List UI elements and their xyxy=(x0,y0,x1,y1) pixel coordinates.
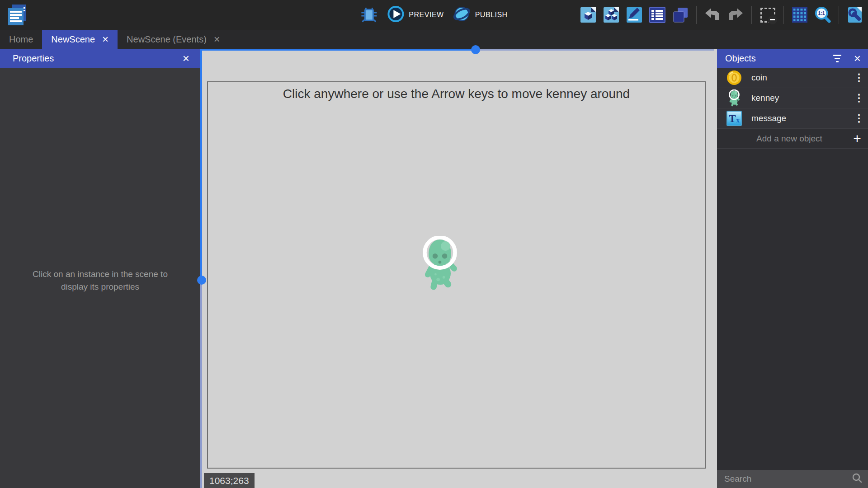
top-toolbar: PREVIEW PUBLISH xyxy=(0,0,868,30)
tab-home[interactable]: Home xyxy=(0,30,42,49)
object-name: kenney xyxy=(751,93,850,103)
plus-icon: + xyxy=(846,131,868,146)
selection-handle-top[interactable] xyxy=(471,45,480,54)
kebab-menu-icon[interactable]: ⋮ xyxy=(850,72,868,84)
close-icon[interactable]: × xyxy=(183,53,189,63)
text-object-icon: Tx xyxy=(717,111,751,126)
zoom-1-1-icon[interactable]: 1:1 xyxy=(814,6,831,23)
preview-button[interactable]: PREVIEW xyxy=(387,5,443,25)
scene-file-icon[interactable] xyxy=(580,6,597,23)
svg-text:1:1: 1:1 xyxy=(818,11,825,16)
redo-icon[interactable] xyxy=(727,6,744,23)
properties-panel-header: Properties × xyxy=(0,49,200,68)
alien-icon xyxy=(717,89,751,107)
properties-edit-icon[interactable] xyxy=(626,6,643,23)
globe-icon xyxy=(453,5,471,25)
objects-panel: Objects × coin ⋮ xyxy=(717,49,868,488)
object-row-coin[interactable]: coin ⋮ xyxy=(717,68,868,88)
grid-icon[interactable] xyxy=(791,6,808,23)
object-row-kenney[interactable]: kenney ⋮ xyxy=(717,88,868,108)
tab-label: NewScene xyxy=(51,34,95,45)
toolbar-separator xyxy=(783,6,784,24)
kebab-menu-icon[interactable]: ⋮ xyxy=(850,113,868,124)
properties-panel-title: Properties xyxy=(13,53,183,64)
tab-label: NewScene (Events) xyxy=(127,34,207,45)
project-manager-icon[interactable] xyxy=(6,4,28,26)
close-icon[interactable]: × xyxy=(102,35,108,44)
selection-edge-left-muted xyxy=(200,280,202,488)
project-tools-icon[interactable] xyxy=(846,6,863,23)
scene-instruction-text: Click anywhere or use the Arrow keys to … xyxy=(208,87,705,101)
object-name: coin xyxy=(751,73,850,83)
tab-newscene-events[interactable]: NewScene (Events) × xyxy=(118,30,229,49)
toolbar-separator xyxy=(696,6,697,24)
undo-icon[interactable] xyxy=(704,6,721,23)
preview-label: PREVIEW xyxy=(409,11,443,19)
deselect-icon[interactable] xyxy=(759,6,776,23)
properties-empty-message: Click on an instance in the scene to dis… xyxy=(26,268,175,293)
object-name: message xyxy=(751,113,850,123)
debug-icon[interactable] xyxy=(360,6,377,23)
object-row-message[interactable]: Tx message ⋮ xyxy=(717,108,868,129)
filter-icon[interactable] xyxy=(833,55,841,62)
objects-search-bar xyxy=(717,470,868,488)
tab-newscene[interactable]: NewScene × xyxy=(42,30,118,49)
scene-canvas[interactable]: Click anywhere or use the Arrow keys to … xyxy=(200,49,717,488)
objects-panel-header: Objects × xyxy=(717,49,868,68)
layers-icon[interactable] xyxy=(672,6,689,23)
close-icon[interactable]: × xyxy=(214,35,220,44)
search-icon[interactable] xyxy=(852,473,863,485)
add-object-button[interactable]: Add a new object + xyxy=(717,129,868,149)
selection-handle-left[interactable] xyxy=(197,276,206,285)
publish-button[interactable]: PUBLISH xyxy=(453,5,508,25)
selection-edge-top-muted xyxy=(476,49,714,51)
game-window-frame: Click anywhere or use the Arrow keys to … xyxy=(207,81,706,469)
tab-bar: Home NewScene × NewScene (Events) × xyxy=(0,30,868,49)
close-icon[interactable]: × xyxy=(854,53,861,63)
cursor-coordinates: 1063;263 xyxy=(204,473,255,488)
coin-icon xyxy=(717,70,751,86)
kebab-menu-icon[interactable]: ⋮ xyxy=(850,92,868,104)
add-object-label: Add a new object xyxy=(717,134,846,144)
toolbar-separator xyxy=(751,6,752,24)
publish-label: PUBLISH xyxy=(475,11,508,19)
search-input[interactable] xyxy=(724,474,852,484)
objects-panel-title: Objects xyxy=(725,53,833,64)
kenney-instance[interactable] xyxy=(418,236,462,291)
selection-edge-top xyxy=(200,49,476,51)
objects-file-icon[interactable] xyxy=(603,6,620,23)
toolbar-separator xyxy=(839,6,839,24)
play-icon xyxy=(387,5,405,25)
properties-panel: Properties × Click on an instance in the… xyxy=(0,49,200,488)
instances-list-icon[interactable] xyxy=(649,6,666,23)
tab-label: Home xyxy=(9,34,33,45)
selection-edge-left xyxy=(200,49,202,280)
